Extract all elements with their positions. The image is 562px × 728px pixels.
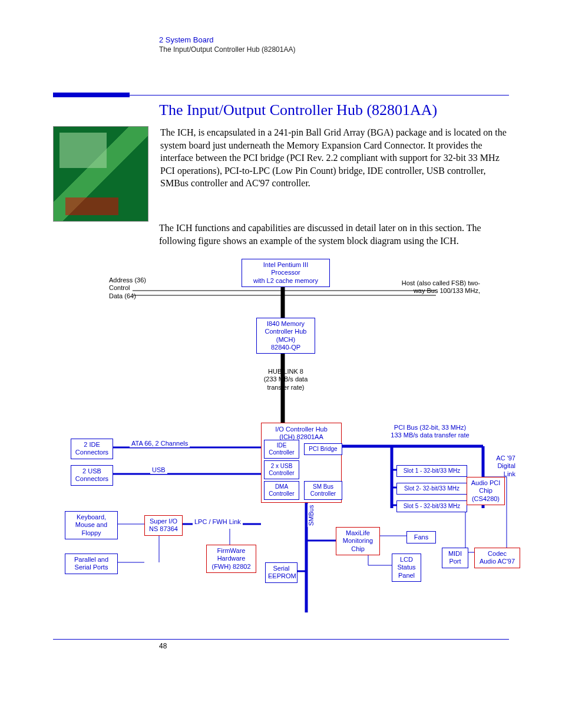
lcd-box: LCDStatusPanel bbox=[392, 554, 421, 582]
maxilife-box: MaxiLifeMonitoringChip bbox=[336, 527, 380, 555]
mch-label: I840 MemoryController Hub(MCH)82840-QP bbox=[265, 320, 307, 351]
page-header: 2 System Board The Input/Output Controll… bbox=[159, 35, 509, 54]
slot1-box: Slot 1 - 32-bit/33 MHz bbox=[396, 465, 467, 477]
ac97-link-label: AC '97DigitalLink bbox=[489, 454, 515, 478]
lpc-label: LPC / FWH Link bbox=[193, 518, 243, 526]
cpu-box: Intel Pentium IIIProcessorwith L2 cache … bbox=[242, 259, 330, 287]
address-label: Address (36)ControlData (64) bbox=[109, 276, 146, 300]
slot5-box: Slot 5 - 32-bit/33 MHz bbox=[396, 500, 467, 512]
ide-controller-box: IDEController bbox=[264, 440, 299, 459]
usb-label: USB bbox=[150, 466, 167, 474]
page-number: 48 bbox=[159, 642, 509, 650]
smbus-label: SMBus bbox=[308, 504, 315, 527]
title-rule bbox=[53, 95, 509, 95]
ata-label: ATA 66, 2 Channels bbox=[130, 440, 190, 447]
pci-bus-label: PCI Bus (32-bit, 33 MHz)133 MB/s data tr… bbox=[380, 424, 480, 439]
hublink-label: HUB LINK 8(233 MB/s datatransfer rate) bbox=[256, 368, 315, 391]
codec-box: CodecAudio AC'97 bbox=[474, 548, 520, 568]
audio-pci-box: Audio PCIChip(CS4280) bbox=[467, 477, 505, 505]
ide-connectors-box: 2 IDEConnectors bbox=[71, 439, 113, 459]
cpu-label: Intel Pentium IIIProcessorwith L2 cache … bbox=[253, 261, 318, 284]
midi-box: MIDIPort bbox=[442, 548, 468, 568]
smbus-controller-box: SM BusController bbox=[304, 481, 342, 500]
superio-box: Super I/ONS 87364 bbox=[144, 515, 183, 535]
page-title: The Input/Output Controller Hub (82801AA… bbox=[159, 101, 509, 119]
block-diagram: Intel Pentium IIIProcessorwith L2 cache … bbox=[53, 259, 513, 624]
ports-box: Parallel andSerial Ports bbox=[65, 554, 118, 574]
eeprom-box: SerialEEPROM bbox=[265, 562, 297, 582]
firmware-box: FirmWareHardware(FWH) 82802 bbox=[206, 545, 256, 573]
dma-controller-box: DMAController bbox=[264, 481, 299, 500]
host-bus-label: Host (also called FSB) two-way Bus 100/1… bbox=[380, 279, 480, 295]
paragraph-2: The ICH functions and capabilities are d… bbox=[159, 222, 509, 247]
keyboard-box: Keyboard,Mouse andFloppy bbox=[65, 511, 118, 539]
mch-box: I840 MemoryController Hub(MCH)82840-QP bbox=[256, 318, 315, 354]
usb-connectors-box: 2 USBConnectors bbox=[71, 465, 113, 485]
footer-rule bbox=[53, 639, 509, 640]
slot2-box: Slot 2- 32-bit/33 MHz bbox=[396, 483, 467, 495]
chapter-label: 2 System Board bbox=[159, 35, 509, 44]
section-label: The Input/Output Controller Hub (82801AA… bbox=[159, 45, 509, 54]
paragraph-1: The ICH, is encapsulated in a 241-pin Ba… bbox=[160, 126, 509, 190]
fans-box: Fans bbox=[406, 531, 436, 543]
ich-label: I/O Controller Hub(ICH) 82801AA bbox=[262, 426, 341, 441]
board-photo bbox=[53, 126, 148, 222]
pci-bridge-box: PCI Bridge bbox=[304, 443, 342, 455]
usb-controller-box: 2 x USBController bbox=[264, 460, 299, 479]
